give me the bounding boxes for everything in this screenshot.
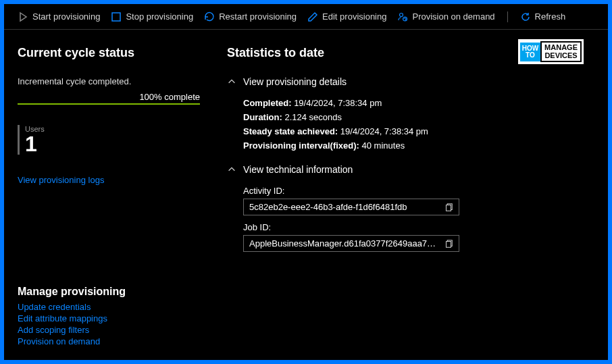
toolbar: Start provisioning Stop provisioning Res… xyxy=(4,4,608,30)
add-scoping-link[interactable]: Add scoping filters xyxy=(18,325,126,335)
duration-row: Duration: 2.124 seconds xyxy=(243,112,594,122)
job-id-label: Job ID: xyxy=(243,222,594,232)
progress-bar: 100% complete xyxy=(18,92,200,105)
details-section-title: View provisioning details xyxy=(243,76,347,87)
users-label: Users xyxy=(25,125,200,133)
right-column: Statistics to date View provisioning det… xyxy=(227,46,594,252)
copy-icon[interactable] xyxy=(444,239,453,249)
stop-label: Stop provisioning xyxy=(126,11,193,22)
update-credentials-link[interactable]: Update credentials xyxy=(18,302,126,312)
copy-icon[interactable] xyxy=(444,203,453,212)
edit-mappings-link[interactable]: Edit attribute mappings xyxy=(18,313,126,323)
completed-value: 19/4/2024, 7:38:34 pm xyxy=(294,98,382,108)
steady-row: Steady state achieved: 19/4/2024, 7:38:3… xyxy=(243,126,594,136)
progress-text: 100% complete xyxy=(139,92,200,102)
technical-info: Activity ID: 5c82eb2e-eee2-46b3-afde-f1d… xyxy=(243,186,594,252)
interval-row: Provisioning interval(fixed): 40 minutes xyxy=(243,140,594,151)
completed-label: Completed: xyxy=(243,98,292,108)
job-id-value: AppleBusinessManager.d61fa0377f2649aaa7b… xyxy=(249,238,438,249)
interval-value: 40 minutes xyxy=(362,140,405,151)
users-count: 1 xyxy=(25,133,200,155)
edit-provisioning-button[interactable]: Edit provisioning xyxy=(307,11,386,22)
cycle-status-heading: Current cycle status xyxy=(18,46,200,60)
tech-section-toggle[interactable]: View technical information xyxy=(227,164,594,175)
refresh-button[interactable]: Refresh xyxy=(520,11,566,22)
logo-left: HOW TO xyxy=(520,43,540,61)
activity-id-value: 5c82eb2e-eee2-46b3-afde-f1d6f6481fdb xyxy=(249,202,407,212)
chevron-up-icon xyxy=(227,165,236,174)
svg-rect-4 xyxy=(447,241,451,247)
restart-label: Restart provisioning xyxy=(219,11,297,22)
duration-label: Duration: xyxy=(243,112,282,122)
edit-icon xyxy=(307,11,318,22)
logo-badge: HOW TO MANAGE DEVICES xyxy=(518,39,584,64)
provisioning-details: Completed: 19/4/2024, 7:38:34 pm Duratio… xyxy=(243,98,594,151)
logo-manage: MANAGE xyxy=(544,44,578,52)
refresh-label: Refresh xyxy=(535,11,566,22)
steady-value: 19/4/2024, 7:38:34 pm xyxy=(340,126,428,136)
view-logs-link[interactable]: View provisioning logs xyxy=(18,175,200,185)
play-icon xyxy=(18,11,28,22)
left-column: Current cycle status Incremental cycle c… xyxy=(18,46,200,252)
on-demand-label: Provision on demand xyxy=(412,11,494,22)
interval-label: Provisioning interval(fixed): xyxy=(243,140,359,151)
refresh-icon xyxy=(520,11,531,22)
logo-to: TO xyxy=(522,52,538,59)
steady-label: Steady state achieved: xyxy=(243,126,338,136)
chevron-up-icon xyxy=(227,77,236,86)
completed-row: Completed: 19/4/2024, 7:38:34 pm xyxy=(243,98,594,108)
svg-rect-3 xyxy=(447,205,451,211)
cycle-status-text: Incremental cycle completed. xyxy=(18,76,200,86)
provision-on-demand-button[interactable]: Provision on demand xyxy=(397,11,494,22)
svg-rect-0 xyxy=(112,13,120,21)
restart-icon xyxy=(204,11,215,22)
duration-value: 2.124 seconds xyxy=(284,112,342,122)
logo-devices: DEVICES xyxy=(544,52,578,60)
activity-id-label: Activity ID: xyxy=(243,186,594,196)
start-provisioning-button[interactable]: Start provisioning xyxy=(18,11,100,22)
manage-provisioning-section: Manage provisioning Update credentials E… xyxy=(18,286,126,348)
start-label: Start provisioning xyxy=(32,11,100,22)
job-id-field: AppleBusinessManager.d61fa0377f2649aaa7b… xyxy=(243,235,459,252)
stop-provisioning-button[interactable]: Stop provisioning xyxy=(111,11,193,22)
activity-id-field: 5c82eb2e-eee2-46b3-afde-f1d6f6481fdb xyxy=(243,199,459,215)
users-block: Users 1 xyxy=(18,125,200,155)
restart-provisioning-button[interactable]: Restart provisioning xyxy=(204,11,297,22)
svg-point-1 xyxy=(400,13,403,16)
tech-section-title: View technical information xyxy=(243,164,353,175)
stop-icon xyxy=(111,11,122,22)
manage-heading: Manage provisioning xyxy=(18,286,126,298)
provision-on-demand-link[interactable]: Provision on demand xyxy=(18,336,126,346)
details-section-toggle[interactable]: View provisioning details xyxy=(227,76,594,87)
toolbar-separator xyxy=(507,11,508,22)
person-sync-icon xyxy=(397,11,408,22)
logo-right: MANAGE DEVICES xyxy=(540,41,582,62)
edit-label: Edit provisioning xyxy=(322,11,386,22)
